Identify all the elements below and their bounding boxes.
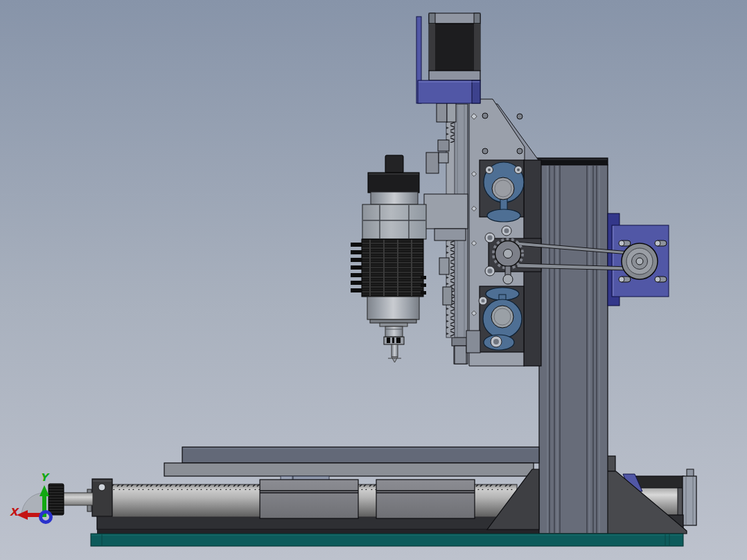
z-motor-body xyxy=(429,24,480,71)
table-mid-plate xyxy=(164,463,534,476)
spindle-body xyxy=(367,297,419,320)
table-nut-block-left[interactable] xyxy=(260,480,358,518)
spindle-neck xyxy=(371,192,418,204)
column[interactable] xyxy=(534,158,608,534)
x-screw-end-bracket[interactable] xyxy=(92,479,112,516)
spindle-top-cap xyxy=(385,155,403,173)
slot-screw xyxy=(655,240,660,246)
gear-bore xyxy=(504,250,513,259)
z-nut-block xyxy=(443,287,452,305)
axis-x-label: X xyxy=(10,506,19,518)
y-motor-boss xyxy=(687,469,694,477)
slot-screw xyxy=(619,240,624,246)
machine-model: X Y xyxy=(0,0,747,560)
table-top-plate xyxy=(182,447,539,463)
slot-screw xyxy=(619,277,624,282)
z-axis-carriage[interactable] xyxy=(416,13,541,366)
belt-pulley[interactable] xyxy=(622,243,658,279)
z-motor-mount xyxy=(418,80,480,103)
axis-y-label: Y xyxy=(40,471,50,484)
bracket-hole xyxy=(98,484,105,491)
collet-holder xyxy=(385,326,403,337)
plate-hole xyxy=(517,148,522,154)
y-motor-bracket xyxy=(683,476,696,525)
z-coupling xyxy=(437,103,447,122)
spindle-mount-arm xyxy=(424,194,468,229)
cad-viewport[interactable]: X Y xyxy=(0,0,747,560)
tool-bit xyxy=(392,344,398,357)
slot-screw xyxy=(655,277,660,282)
bottom-bearing xyxy=(491,306,513,328)
work-table[interactable] xyxy=(164,447,539,480)
spindle-heatsink xyxy=(351,239,426,297)
x-screw-shaft[interactable] xyxy=(61,493,93,505)
top-bearing xyxy=(492,177,514,200)
spindle-clamp xyxy=(362,204,426,239)
top-bearing-block[interactable] xyxy=(484,162,524,222)
tool-tip xyxy=(392,357,398,362)
z-stepper-motor[interactable] xyxy=(416,13,480,103)
table-nut-block-right[interactable] xyxy=(376,480,475,518)
plate-hole xyxy=(482,113,488,119)
z-motor-top-cap xyxy=(429,13,480,24)
knurled-coupling[interactable] xyxy=(49,484,64,515)
coordinate-triad: X Y xyxy=(10,471,51,523)
rail-clamp xyxy=(439,258,449,274)
plate-hole xyxy=(517,114,522,119)
plate-hole xyxy=(482,148,488,154)
spindle-motor-black xyxy=(368,173,419,193)
base-plate[interactable] xyxy=(91,534,683,546)
z-motor-bottom-cap xyxy=(429,71,480,80)
